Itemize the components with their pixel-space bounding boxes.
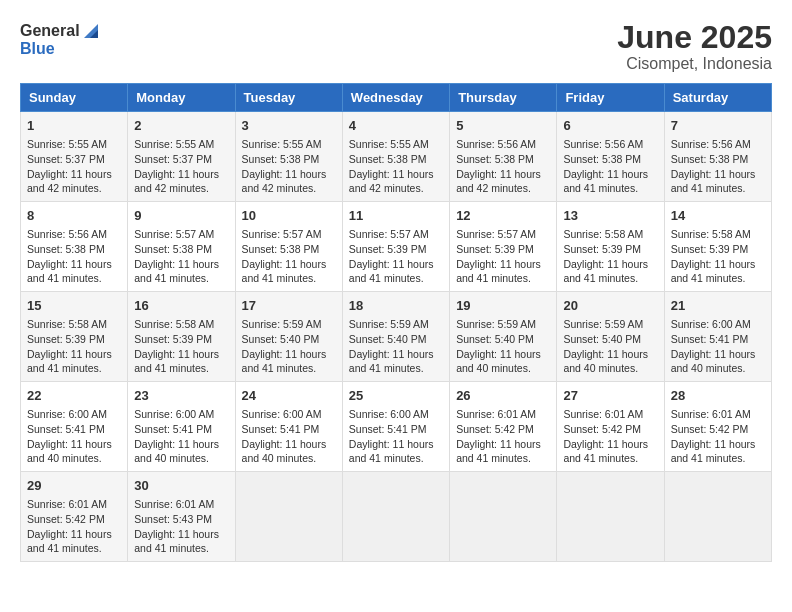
sunrise-text: Sunrise: 5:55 AM — [242, 138, 322, 150]
calendar-cell: 22Sunrise: 6:00 AMSunset: 5:41 PMDayligh… — [21, 382, 128, 472]
sunset-text: Sunset: 5:38 PM — [456, 153, 534, 165]
day-number: 27 — [563, 387, 657, 405]
daylight-text: Daylight: 11 hours and 40 minutes. — [242, 438, 327, 465]
daylight-text: Daylight: 11 hours and 40 minutes. — [134, 438, 219, 465]
col-friday: Friday — [557, 84, 664, 112]
sunset-text: Sunset: 5:42 PM — [563, 423, 641, 435]
sunrise-text: Sunrise: 5:59 AM — [242, 318, 322, 330]
calendar-cell: 5Sunrise: 5:56 AMSunset: 5:38 PMDaylight… — [450, 112, 557, 202]
sunrise-text: Sunrise: 5:57 AM — [349, 228, 429, 240]
day-number: 29 — [27, 477, 121, 495]
daylight-text: Daylight: 11 hours and 40 minutes. — [27, 438, 112, 465]
calendar-cell — [450, 471, 557, 561]
col-saturday: Saturday — [664, 84, 771, 112]
sunrise-text: Sunrise: 6:00 AM — [134, 408, 214, 420]
sunset-text: Sunset: 5:41 PM — [134, 423, 212, 435]
sunset-text: Sunset: 5:42 PM — [27, 513, 105, 525]
sunset-text: Sunset: 5:39 PM — [563, 243, 641, 255]
calendar-cell: 11Sunrise: 5:57 AMSunset: 5:39 PMDayligh… — [342, 202, 449, 292]
sunrise-text: Sunrise: 6:01 AM — [671, 408, 751, 420]
day-number: 26 — [456, 387, 550, 405]
sunrise-text: Sunrise: 5:56 AM — [563, 138, 643, 150]
sunrise-text: Sunrise: 6:00 AM — [27, 408, 107, 420]
sunset-text: Sunset: 5:38 PM — [349, 153, 427, 165]
logo: General Blue — [20, 20, 102, 58]
sunset-text: Sunset: 5:41 PM — [27, 423, 105, 435]
daylight-text: Daylight: 11 hours and 41 minutes. — [563, 258, 648, 285]
calendar-cell: 7Sunrise: 5:56 AMSunset: 5:38 PMDaylight… — [664, 112, 771, 202]
daylight-text: Daylight: 11 hours and 41 minutes. — [456, 438, 541, 465]
sunset-text: Sunset: 5:38 PM — [671, 153, 749, 165]
day-number: 16 — [134, 297, 228, 315]
sunset-text: Sunset: 5:38 PM — [563, 153, 641, 165]
col-sunday: Sunday — [21, 84, 128, 112]
header-row: Sunday Monday Tuesday Wednesday Thursday… — [21, 84, 772, 112]
day-number: 3 — [242, 117, 336, 135]
daylight-text: Daylight: 11 hours and 42 minutes. — [242, 168, 327, 195]
logo-container: General Blue — [20, 20, 102, 58]
sunrise-text: Sunrise: 6:00 AM — [671, 318, 751, 330]
day-number: 1 — [27, 117, 121, 135]
daylight-text: Daylight: 11 hours and 41 minutes. — [349, 348, 434, 375]
daylight-text: Daylight: 11 hours and 41 minutes. — [242, 258, 327, 285]
sunrise-text: Sunrise: 5:55 AM — [349, 138, 429, 150]
calendar-cell: 2Sunrise: 5:55 AMSunset: 5:37 PMDaylight… — [128, 112, 235, 202]
calendar-cell: 24Sunrise: 6:00 AMSunset: 5:41 PMDayligh… — [235, 382, 342, 472]
daylight-text: Daylight: 11 hours and 41 minutes. — [456, 258, 541, 285]
sunset-text: Sunset: 5:39 PM — [456, 243, 534, 255]
calendar-cell: 8Sunrise: 5:56 AMSunset: 5:38 PMDaylight… — [21, 202, 128, 292]
calendar-cell: 10Sunrise: 5:57 AMSunset: 5:38 PMDayligh… — [235, 202, 342, 292]
sunrise-text: Sunrise: 5:57 AM — [456, 228, 536, 240]
day-number: 20 — [563, 297, 657, 315]
sunrise-text: Sunrise: 6:01 AM — [456, 408, 536, 420]
calendar-cell — [342, 471, 449, 561]
col-tuesday: Tuesday — [235, 84, 342, 112]
daylight-text: Daylight: 11 hours and 42 minutes. — [349, 168, 434, 195]
sunset-text: Sunset: 5:38 PM — [27, 243, 105, 255]
daylight-text: Daylight: 11 hours and 41 minutes. — [134, 348, 219, 375]
sunrise-text: Sunrise: 5:56 AM — [456, 138, 536, 150]
daylight-text: Daylight: 11 hours and 41 minutes. — [27, 528, 112, 555]
daylight-text: Daylight: 11 hours and 41 minutes. — [563, 168, 648, 195]
daylight-text: Daylight: 11 hours and 42 minutes. — [27, 168, 112, 195]
day-number: 22 — [27, 387, 121, 405]
day-number: 25 — [349, 387, 443, 405]
calendar-cell: 23Sunrise: 6:00 AMSunset: 5:41 PMDayligh… — [128, 382, 235, 472]
sunrise-text: Sunrise: 5:58 AM — [134, 318, 214, 330]
calendar-cell — [235, 471, 342, 561]
daylight-text: Daylight: 11 hours and 41 minutes. — [349, 438, 434, 465]
day-number: 21 — [671, 297, 765, 315]
sunset-text: Sunset: 5:40 PM — [242, 333, 320, 345]
calendar-week-row: 15Sunrise: 5:58 AMSunset: 5:39 PMDayligh… — [21, 292, 772, 382]
sunset-text: Sunset: 5:37 PM — [134, 153, 212, 165]
day-number: 8 — [27, 207, 121, 225]
daylight-text: Daylight: 11 hours and 41 minutes. — [671, 168, 756, 195]
daylight-text: Daylight: 11 hours and 41 minutes. — [27, 348, 112, 375]
sunset-text: Sunset: 5:42 PM — [456, 423, 534, 435]
sunset-text: Sunset: 5:39 PM — [349, 243, 427, 255]
sunrise-text: Sunrise: 5:56 AM — [27, 228, 107, 240]
calendar-cell: 20Sunrise: 5:59 AMSunset: 5:40 PMDayligh… — [557, 292, 664, 382]
sunset-text: Sunset: 5:43 PM — [134, 513, 212, 525]
sunset-text: Sunset: 5:41 PM — [242, 423, 320, 435]
calendar-body: 1Sunrise: 5:55 AMSunset: 5:37 PMDaylight… — [21, 112, 772, 562]
calendar-cell: 21Sunrise: 6:00 AMSunset: 5:41 PMDayligh… — [664, 292, 771, 382]
day-number: 14 — [671, 207, 765, 225]
calendar-cell: 14Sunrise: 5:58 AMSunset: 5:39 PMDayligh… — [664, 202, 771, 292]
sunrise-text: Sunrise: 5:59 AM — [349, 318, 429, 330]
calendar-header: Sunday Monday Tuesday Wednesday Thursday… — [21, 84, 772, 112]
calendar-cell: 4Sunrise: 5:55 AMSunset: 5:38 PMDaylight… — [342, 112, 449, 202]
sunset-text: Sunset: 5:41 PM — [349, 423, 427, 435]
title-area: June 2025 Cisompet, Indonesia — [617, 20, 772, 73]
daylight-text: Daylight: 11 hours and 41 minutes. — [134, 258, 219, 285]
sunset-text: Sunset: 5:39 PM — [27, 333, 105, 345]
daylight-text: Daylight: 11 hours and 41 minutes. — [27, 258, 112, 285]
daylight-text: Daylight: 11 hours and 42 minutes. — [456, 168, 541, 195]
day-number: 17 — [242, 297, 336, 315]
day-number: 23 — [134, 387, 228, 405]
day-number: 7 — [671, 117, 765, 135]
sunset-text: Sunset: 5:42 PM — [671, 423, 749, 435]
calendar-cell: 9Sunrise: 5:57 AMSunset: 5:38 PMDaylight… — [128, 202, 235, 292]
daylight-text: Daylight: 11 hours and 41 minutes. — [134, 528, 219, 555]
sunrise-text: Sunrise: 5:55 AM — [27, 138, 107, 150]
